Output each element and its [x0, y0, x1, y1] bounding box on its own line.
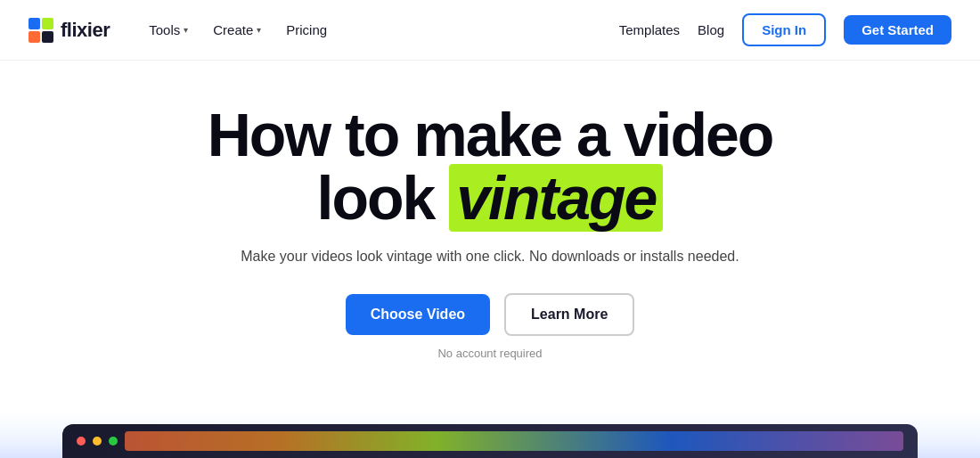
tools-chevron-icon: ▾ — [184, 25, 188, 35]
learn-more-button[interactable]: Learn More — [504, 293, 634, 336]
bottom-preview-bar — [0, 412, 980, 458]
hero-subtitle: Make your videos look vintage with one c… — [241, 249, 739, 265]
nav-left: Tools ▾ Create ▾ Pricing — [138, 15, 619, 45]
svg-rect-1 — [42, 18, 53, 29]
signin-button[interactable]: Sign In — [742, 13, 826, 46]
device-screen-preview — [125, 431, 903, 451]
nav-tools[interactable]: Tools ▾ — [138, 15, 199, 45]
nav-pricing[interactable]: Pricing — [275, 15, 338, 45]
getstarted-button[interactable]: Get Started — [844, 15, 951, 45]
hero-buttons: Choose Video Learn More — [346, 293, 635, 336]
device-preview — [62, 424, 918, 458]
logo-icon — [29, 18, 53, 43]
create-chevron-icon: ▾ — [257, 25, 261, 35]
choose-video-button[interactable]: Choose Video — [346, 294, 490, 335]
nav-right: Templates Blog Sign In Get Started — [619, 13, 951, 46]
svg-rect-3 — [42, 31, 53, 43]
hero-title: How to make a video look vintage — [208, 103, 773, 231]
hero-section: How to make a video look vintage Make yo… — [0, 61, 980, 360]
device-dot-green — [109, 437, 118, 446]
logo-link[interactable]: flixier — [29, 18, 110, 43]
logo-text: flixier — [61, 19, 110, 42]
device-dot-yellow — [93, 437, 102, 446]
nav-blog[interactable]: Blog — [698, 22, 724, 37]
nav-create[interactable]: Create ▾ — [202, 15, 272, 45]
nav-templates[interactable]: Templates — [619, 22, 680, 37]
no-account-text: No account required — [437, 347, 542, 360]
device-dot-red — [77, 437, 86, 446]
hero-highlight-word: vintage — [449, 164, 663, 232]
svg-rect-2 — [29, 31, 40, 43]
navbar: flixier Tools ▾ Create ▾ Pricing Templat… — [0, 0, 980, 61]
svg-rect-0 — [29, 18, 40, 29]
